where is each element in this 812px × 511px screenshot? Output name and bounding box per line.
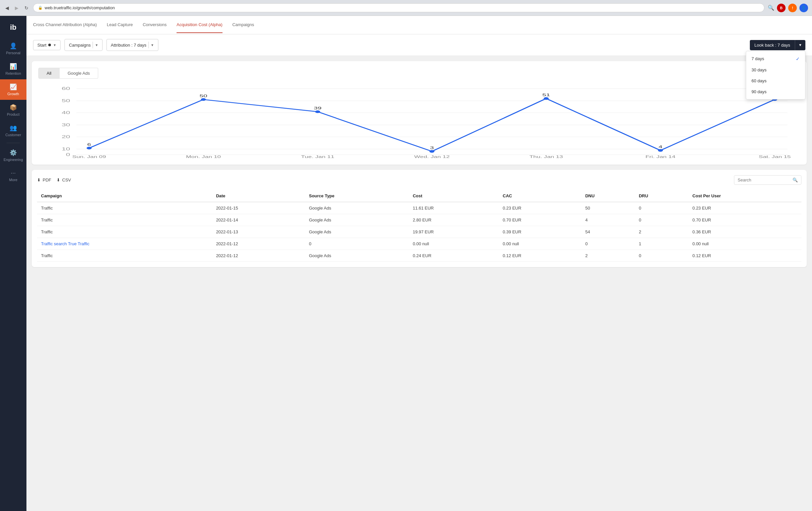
- col-dnu: DNU: [581, 190, 635, 202]
- dropdown-label-90days: 90 days: [752, 89, 767, 94]
- tab-campaigns[interactable]: Campaigns: [232, 17, 254, 33]
- cell-cpu-1: 0.70 EUR: [688, 214, 802, 226]
- cell-dru-4: 0: [635, 250, 688, 262]
- search-browser-icon[interactable]: 🔍: [768, 5, 774, 11]
- val-label-1: 50: [199, 94, 207, 98]
- attribution-divider: [148, 42, 149, 48]
- sidebar-item-growth[interactable]: 📈 Growth: [0, 79, 26, 100]
- tab-conversions[interactable]: Conversions: [143, 17, 167, 33]
- tab-lead-capture[interactable]: Lead Capture: [107, 17, 133, 33]
- url-bar[interactable]: 🔒 web.truetraffic.io/growth/computation: [33, 3, 764, 12]
- pdf-export-button[interactable]: ⬇ PDF: [37, 176, 51, 184]
- chart-container: 60 50 40 30 20 10 0: [38, 85, 800, 158]
- cell-cost-0: 11.61 EUR: [409, 202, 499, 214]
- chart-tab-all[interactable]: All: [38, 68, 59, 79]
- svg-text:60: 60: [61, 86, 70, 91]
- sidebar-label-more: More: [9, 178, 17, 182]
- table-row: Traffic 2022-01-12 Google Ads 0.24 EUR 0…: [37, 250, 802, 262]
- csv-export-button[interactable]: ⬇ CSV: [57, 176, 71, 184]
- x-label-1: Mon, Jan 10: [186, 155, 221, 158]
- sidebar-logo: ib: [10, 19, 17, 36]
- cell-campaign-2: Traffic: [37, 226, 212, 238]
- cell-cpu-3: 0.00 null: [688, 238, 802, 250]
- dropdown-item-7days[interactable]: 7 days ✓: [746, 53, 805, 64]
- table-row: Traffic search True Traffic 2022-01-12 0…: [37, 238, 802, 250]
- dot-0: [87, 147, 92, 149]
- cell-cac-0: 0.23 EUR: [499, 202, 582, 214]
- cell-dru-3: 1: [635, 238, 688, 250]
- col-source-type: Source Type: [305, 190, 409, 202]
- growth-icon: 📈: [9, 83, 17, 91]
- tabs-bar: Cross Channel Attribution (Alpha) Lead C…: [26, 16, 812, 34]
- attribution-select[interactable]: Attribution : 7 days ▼: [107, 39, 158, 51]
- pdf-icon: ⬇: [37, 178, 41, 182]
- cell-date-2: 2022-01-13: [212, 226, 305, 238]
- sidebar-label-engineering: Engineering: [4, 158, 23, 162]
- cell-source-1: Google Ads: [305, 214, 409, 226]
- cell-dnu-1: 4: [581, 214, 635, 226]
- start-label: Start: [37, 42, 46, 48]
- check-icon-7days: ✓: [796, 56, 800, 61]
- campaigns-label: Campaigns: [69, 42, 91, 48]
- cell-cpu-2: 0.36 EUR: [688, 226, 802, 238]
- browser-icons: 🔍 B ! 👤: [768, 4, 808, 12]
- col-campaign: Campaign: [37, 190, 212, 202]
- col-dru: DRU: [635, 190, 688, 202]
- cell-dru-1: 0: [635, 214, 688, 226]
- lookback-arrow-button[interactable]: ▼: [795, 40, 805, 50]
- table-body: Traffic 2022-01-15 Google Ads 11.61 EUR …: [37, 202, 802, 262]
- table-toolbar: ⬇ PDF ⬇ CSV 🔍: [37, 175, 802, 185]
- table-panel: ⬇ PDF ⬇ CSV 🔍 Campaign Date Sour: [32, 170, 807, 267]
- tab-acquisition-cost[interactable]: Acquisition Cost (Alpha): [177, 17, 223, 33]
- dropdown-item-30days[interactable]: 30 days: [746, 64, 805, 76]
- cell-campaign-3[interactable]: Traffic search True Traffic: [37, 238, 212, 250]
- dropdown-label-30days: 30 days: [752, 67, 767, 72]
- cell-dru-0: 0: [635, 202, 688, 214]
- cell-date-4: 2022-01-12: [212, 250, 305, 262]
- dropdown-item-90days[interactable]: 90 days: [746, 86, 805, 97]
- cell-campaign-1: Traffic: [37, 214, 212, 226]
- search-icon: 🔍: [792, 178, 798, 182]
- val-label-3: 3: [430, 146, 434, 150]
- forward-button[interactable]: ▶: [13, 4, 20, 12]
- start-dot: [48, 43, 51, 46]
- chart-tab-google-ads[interactable]: Google Ads: [59, 68, 98, 79]
- cell-dnu-3: 0: [581, 238, 635, 250]
- tab-cross-channel[interactable]: Cross Channel Attribution (Alpha): [33, 17, 97, 33]
- sidebar-item-more[interactable]: ··· More: [0, 166, 26, 186]
- sidebar-item-personal[interactable]: 👤 Personal: [0, 38, 26, 59]
- svg-text:10: 10: [61, 147, 70, 151]
- cell-cac-1: 0.70 EUR: [499, 214, 582, 226]
- cell-cost-3: 0.00 null: [409, 238, 499, 250]
- sidebar-item-product[interactable]: 📦 Product: [0, 100, 26, 120]
- controls-bar: Start ▼ Campaigns ▼ Attribution : 7 days…: [26, 34, 812, 56]
- start-select[interactable]: Start ▼: [33, 40, 60, 50]
- lookback-button[interactable]: Look back : 7 days: [750, 40, 795, 50]
- cell-source-2: Google Ads: [305, 226, 409, 238]
- sidebar-label-product: Product: [7, 112, 20, 116]
- col-cost: Cost: [409, 190, 499, 202]
- search-wrap: 🔍: [734, 175, 802, 185]
- sidebar-item-engineering[interactable]: ⚙️ Engineering: [0, 145, 26, 166]
- cell-cpu-4: 0.12 EUR: [688, 250, 802, 262]
- pdf-label: PDF: [42, 178, 51, 182]
- cell-date-1: 2022-01-14: [212, 214, 305, 226]
- campaigns-select[interactable]: Campaigns ▼: [64, 39, 103, 51]
- campaigns-divider: [93, 42, 93, 48]
- back-button[interactable]: ◀: [4, 4, 10, 12]
- sidebar-item-customer[interactable]: 👥 Customer: [0, 120, 26, 141]
- sidebar: ib 👤 Personal 📊 Retention 📈 Growth 📦 Pro…: [0, 16, 26, 511]
- sidebar-label-customer: Customer: [5, 133, 21, 137]
- campaigns-arrow-icon: ▼: [95, 43, 98, 47]
- cell-cost-4: 0.24 EUR: [409, 250, 499, 262]
- cell-date-3: 2022-01-12: [212, 238, 305, 250]
- search-input[interactable]: [737, 178, 790, 182]
- dropdown-item-60days[interactable]: 60 days: [746, 76, 805, 86]
- table-row: Traffic 2022-01-13 Google Ads 19.97 EUR …: [37, 226, 802, 238]
- product-icon: 📦: [9, 104, 17, 111]
- sidebar-item-retention[interactable]: 📊 Retention: [0, 59, 26, 79]
- attribution-label: Attribution : 7 days: [111, 42, 146, 48]
- x-label-5: Fri, Jan 14: [645, 155, 675, 158]
- cell-cost-2: 19.97 EUR: [409, 226, 499, 238]
- reload-button[interactable]: ↻: [23, 4, 30, 12]
